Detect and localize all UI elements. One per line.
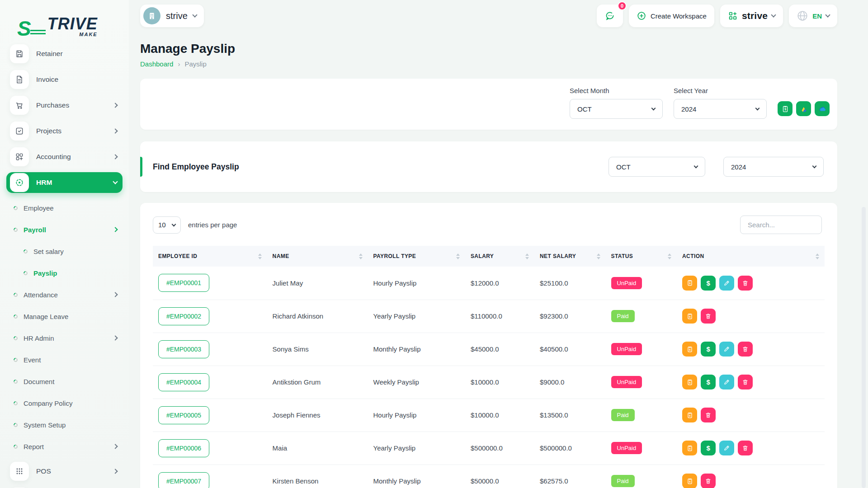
row-actions: $ $ bbox=[682, 342, 819, 357]
payslip-button[interactable]: $ bbox=[682, 276, 697, 291]
pay-button[interactable]: $ bbox=[701, 441, 716, 455]
messages-button[interactable]: 0 bbox=[597, 5, 623, 27]
payslip-clipboard-icon: $ bbox=[686, 412, 693, 419]
salary-value: $10000.0 bbox=[465, 399, 534, 432]
delete-button[interactable] bbox=[701, 309, 716, 324]
sidebar-item-set-salary[interactable]: Set salary bbox=[14, 242, 117, 260]
sidebar-item-accounting[interactable]: Accounting bbox=[6, 146, 123, 167]
scrollbar[interactable] bbox=[862, 207, 866, 488]
sidebar-item-label: Payslip bbox=[33, 269, 117, 277]
sidebar-item-label: Accounting bbox=[36, 153, 113, 161]
chevron-down-icon bbox=[113, 179, 118, 184]
month-select[interactable]: OCT bbox=[570, 99, 663, 119]
employee-id-pill[interactable]: #EMP00002 bbox=[158, 307, 209, 325]
employee-id-pill[interactable]: #EMP00007 bbox=[158, 472, 209, 488]
payslip-button[interactable]: $ bbox=[682, 474, 697, 488]
sidebar-item-label: Document bbox=[24, 378, 117, 385]
payslip-button[interactable]: $ bbox=[682, 441, 697, 455]
sidebar-item-company-policy[interactable]: Company Policy bbox=[14, 394, 117, 412]
sidebar-item-event[interactable]: Event bbox=[14, 351, 117, 369]
workspace-selector[interactable]: strive bbox=[720, 5, 783, 27]
file-icon bbox=[10, 70, 29, 89]
bulk-payslip-button[interactable]: $ bbox=[778, 101, 793, 116]
payslip-button[interactable]: $ bbox=[682, 342, 697, 357]
sidebar-item-payslip[interactable]: Payslip bbox=[14, 264, 117, 282]
dollar-icon: $ bbox=[706, 345, 710, 353]
sidebar-item-invoice[interactable]: Invoice bbox=[6, 69, 123, 90]
net-salary-value: $40500.0 bbox=[534, 333, 606, 366]
edit-button[interactable] bbox=[719, 441, 734, 455]
workspace-selector-name: strive bbox=[742, 10, 768, 21]
onedrive-cloud-icon bbox=[818, 104, 827, 113]
delete-button[interactable] bbox=[738, 342, 753, 357]
find-month-select[interactable]: OCT bbox=[609, 157, 705, 177]
pencil-icon bbox=[723, 445, 730, 451]
workspace-grid-icon bbox=[728, 11, 738, 21]
table-row: #EMP00001 Juliet May Hourly Payslip $120… bbox=[153, 267, 825, 300]
employee-id-pill[interactable]: #EMP00001 bbox=[158, 274, 209, 292]
payslip-button[interactable]: $ bbox=[682, 309, 697, 324]
payslip-button[interactable]: $ bbox=[682, 375, 697, 389]
employee-id-pill[interactable]: #EMP00006 bbox=[158, 439, 209, 457]
row-actions: $ bbox=[682, 309, 819, 324]
edit-button[interactable] bbox=[719, 375, 734, 389]
column-header-employee-id[interactable]: EMPLOYEE ID bbox=[153, 246, 267, 267]
column-header-name[interactable]: NAME bbox=[267, 246, 368, 267]
dollar-icon: $ bbox=[706, 378, 710, 386]
delete-button[interactable] bbox=[701, 408, 716, 422]
sidebar-item-system-setup[interactable]: System Setup bbox=[14, 416, 117, 434]
payslip-clipboard-icon: $ bbox=[686, 445, 693, 452]
sidebar-item-manage-leave[interactable]: Manage Leave bbox=[14, 307, 117, 325]
create-workspace-button[interactable]: Create Workspace bbox=[629, 5, 714, 27]
pay-button[interactable]: $ bbox=[701, 375, 716, 389]
language-selector[interactable]: EN bbox=[789, 5, 837, 27]
workspace-switcher[interactable]: strive bbox=[140, 5, 204, 27]
google-drive-export-button[interactable] bbox=[796, 101, 811, 116]
onedrive-export-button[interactable] bbox=[815, 101, 830, 116]
employee-id-pill[interactable]: #EMP00003 bbox=[158, 340, 209, 358]
sidebar-item-label: Set salary bbox=[33, 248, 117, 255]
column-header-action[interactable]: ACTION bbox=[677, 246, 825, 267]
column-header-payroll-type[interactable]: PAYROLL TYPE bbox=[368, 246, 465, 267]
pay-button[interactable]: $ bbox=[701, 342, 716, 357]
sidebar-item-report[interactable]: Report bbox=[14, 437, 117, 455]
employee-id-pill[interactable]: #EMP00005 bbox=[158, 406, 209, 424]
sidebar-item-retainer[interactable]: Retainer bbox=[6, 43, 123, 64]
sidebar-item-pos[interactable]: POS bbox=[6, 461, 123, 482]
edit-button[interactable] bbox=[719, 342, 734, 357]
payroll-type: Yearly Payslip bbox=[368, 300, 465, 333]
bullet-icon bbox=[13, 379, 19, 385]
sidebar-item-hrm[interactable]: HRM bbox=[6, 172, 123, 193]
payslip-clipboard-icon: $ bbox=[781, 105, 789, 113]
select-year-label: Select Year bbox=[674, 87, 767, 94]
year-select[interactable]: 2024 bbox=[674, 99, 767, 119]
sidebar-item-hr-admin[interactable]: HR Admin bbox=[14, 329, 117, 347]
bullet-icon bbox=[23, 249, 28, 254]
breadcrumb-dashboard-link[interactable]: Dashboard bbox=[140, 60, 173, 68]
sidebar-item-purchases[interactable]: Purchases bbox=[6, 95, 123, 116]
chevron-down-icon bbox=[651, 106, 656, 111]
sidebar-item-employee[interactable]: Employee bbox=[14, 199, 117, 217]
trash-icon bbox=[742, 346, 749, 352]
delete-button[interactable] bbox=[738, 276, 753, 291]
grid-plus-icon bbox=[10, 147, 29, 166]
search-input[interactable] bbox=[740, 216, 822, 234]
pay-button[interactable]: $ bbox=[701, 276, 716, 291]
column-header-salary[interactable]: SALARY bbox=[465, 246, 534, 267]
sidebar-item-projects[interactable]: Projects bbox=[6, 121, 123, 141]
delete-button[interactable] bbox=[738, 441, 753, 455]
column-header-status[interactable]: STATUS bbox=[606, 246, 677, 267]
payslip-button[interactable]: $ bbox=[682, 408, 697, 422]
sidebar-item-document[interactable]: Document bbox=[14, 372, 117, 390]
sidebar-item-payroll[interactable]: Payroll bbox=[14, 221, 117, 239]
net-salary-value: $13500.0 bbox=[534, 399, 606, 432]
delete-button[interactable] bbox=[701, 474, 716, 488]
find-year-select[interactable]: 2024 bbox=[723, 157, 824, 177]
delete-button[interactable] bbox=[738, 375, 753, 389]
column-header-net-salary[interactable]: NET SALARY bbox=[534, 246, 606, 267]
payroll-type: Hourly Payslip bbox=[368, 399, 465, 432]
employee-id-pill[interactable]: #EMP00004 bbox=[158, 373, 209, 391]
entries-per-page-select[interactable]: 10 bbox=[153, 216, 181, 234]
sidebar-item-attendance[interactable]: Attendance bbox=[14, 286, 117, 304]
edit-button[interactable] bbox=[719, 276, 734, 291]
